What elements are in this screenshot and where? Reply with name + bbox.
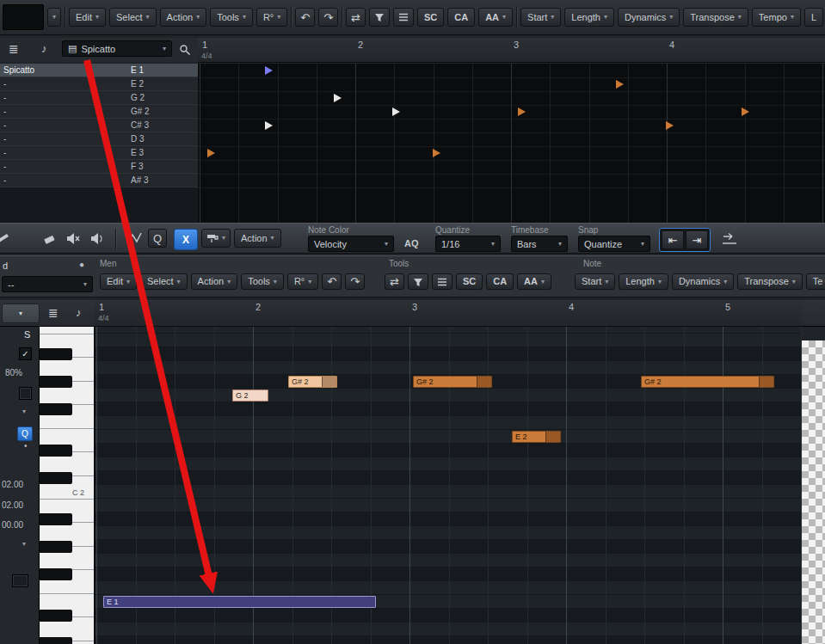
- option-box[interactable]: [19, 387, 32, 400]
- menu-select[interactable]: Select▾: [109, 8, 157, 27]
- ca-tool-button[interactable]: CA: [447, 8, 475, 27]
- piano-key-black[interactable]: [40, 541, 72, 553]
- piano-key-black[interactable]: [40, 348, 72, 360]
- midi-note[interactable]: E 1: [103, 596, 376, 608]
- part-selector-dropdown[interactable]: --▾: [2, 276, 93, 292]
- note-tempo-menu[interactable]: Tempo▾: [752, 8, 801, 27]
- drum-row[interactable]: -D 3: [0, 132, 198, 146]
- piano-key-black[interactable]: [40, 513, 72, 525]
- list-button[interactable]: [393, 8, 414, 27]
- note-length-handle[interactable]: [322, 377, 336, 387]
- piano-key-black[interactable]: [40, 403, 72, 415]
- menu-select[interactable]: Select▾: [140, 273, 188, 290]
- note-dynamics-menu[interactable]: Dynamics▾: [672, 273, 734, 290]
- drum-row[interactable]: -A# 3: [0, 174, 198, 187]
- note-length-menu[interactable]: Length▾: [564, 8, 614, 27]
- midi-note[interactable]: E 2: [512, 431, 561, 443]
- velocity-curve-icon[interactable]: [127, 232, 143, 245]
- menu-record-options[interactable]: R°▾: [256, 8, 287, 27]
- menu-record-options[interactable]: R°▾: [287, 273, 318, 290]
- note-start-menu[interactable]: Start▾: [520, 8, 561, 27]
- midi-note[interactable]: G# 2: [288, 376, 337, 388]
- drum-row[interactable]: -G# 2: [0, 105, 198, 119]
- drum-note[interactable]: [666, 121, 674, 130]
- track-list-icon[interactable]: ≣: [48, 306, 58, 320]
- midi-note[interactable]: G# 2: [641, 376, 774, 388]
- drum-row[interactable]: -E 3: [0, 146, 198, 160]
- cut-off-menu[interactable]: Te: [806, 273, 825, 290]
- redo-button[interactable]: ↷: [345, 273, 365, 290]
- cut-off-menu[interactable]: L: [804, 8, 823, 27]
- note-start-menu[interactable]: Start▾: [575, 273, 615, 290]
- timebase-dropdown[interactable]: Bars▾: [511, 236, 568, 252]
- midi-note[interactable]: G# 2: [413, 376, 492, 388]
- note-length-handle[interactable]: [477, 377, 491, 387]
- menu-action[interactable]: Action▾: [160, 8, 207, 27]
- piano-key-black[interactable]: [40, 472, 72, 484]
- quantize-toggle-button[interactable]: Q: [17, 426, 33, 441]
- resize-tool-button[interactable]: ⇄: [385, 273, 404, 290]
- filter-button[interactable]: [369, 8, 390, 27]
- piano-roll-timeline-ruler[interactable]: 123454/4: [95, 300, 802, 327]
- piano-key-black[interactable]: [40, 445, 72, 457]
- piano-key-black[interactable]: [40, 610, 72, 622]
- param-value-1[interactable]: 02.00: [2, 480, 23, 489]
- aa-tool-button[interactable]: AA▾: [517, 273, 551, 290]
- zoom-tool-icon[interactable]: [179, 44, 191, 56]
- ca-tool-button[interactable]: CA: [486, 273, 514, 290]
- drum-timeline-ruler[interactable]: 12344/4: [198, 38, 825, 63]
- drum-row[interactable]: -C# 3: [0, 119, 198, 132]
- piano-keyboard[interactable]: C 2: [40, 327, 95, 644]
- drum-row[interactable]: -E 2: [0, 77, 198, 91]
- midi-note[interactable]: G 2: [232, 389, 268, 402]
- menu-edit[interactable]: Edit▾: [69, 8, 106, 27]
- menu-tools[interactable]: Tools▾: [210, 8, 253, 27]
- option-box[interactable]: [12, 574, 28, 587]
- listen-tool-icon[interactable]: [89, 231, 105, 246]
- snap-to-start-button[interactable]: ⇤: [662, 230, 684, 249]
- enable-checkbox[interactable]: ✓: [19, 347, 32, 360]
- drum-note[interactable]: [265, 121, 273, 130]
- undo-button[interactable]: ↶: [322, 273, 342, 290]
- piano-key-black[interactable]: [40, 568, 72, 580]
- note-transpose-menu[interactable]: Transpose▾: [683, 8, 748, 27]
- menu-tools[interactable]: Tools▾: [241, 273, 284, 290]
- sc-tool-button[interactable]: SC: [456, 273, 483, 290]
- multi-tool-button[interactable]: X: [174, 229, 198, 250]
- track-list-icon[interactable]: ≣: [9, 42, 19, 56]
- resize-tool-button[interactable]: ⇄: [346, 8, 366, 27]
- quantize-dropdown[interactable]: 1/16▾: [435, 236, 501, 252]
- eraser-tool-icon[interactable]: [43, 232, 58, 246]
- drum-row[interactable]: -G 2: [0, 91, 198, 105]
- param-value-3[interactable]: 00.00: [2, 520, 23, 530]
- drum-map-dropdown[interactable]: ▤Spicatto ▾: [62, 40, 172, 57]
- note-length-handle[interactable]: [759, 377, 773, 387]
- drum-note[interactable]: [433, 149, 440, 157]
- list-button[interactable]: [432, 273, 453, 290]
- drum-note-grid[interactable]: [198, 64, 825, 223]
- note-transpose-menu[interactable]: Transpose▾: [737, 273, 803, 290]
- drum-note[interactable]: [392, 107, 400, 116]
- note-color-dropdown[interactable]: Velocity▾: [308, 236, 394, 252]
- drum-note[interactable]: [265, 66, 273, 75]
- velocity-percent[interactable]: 80%: [5, 368, 22, 377]
- drum-note[interactable]: [742, 107, 749, 116]
- redo-button[interactable]: ↷: [318, 8, 338, 27]
- menu-action[interactable]: Action▾: [191, 273, 238, 290]
- undo-button[interactable]: ↶: [295, 8, 315, 27]
- menu-edit[interactable]: Edit▾: [100, 273, 137, 290]
- filter-button[interactable]: [408, 273, 428, 290]
- drum-note[interactable]: [207, 149, 215, 157]
- quantize-tool-button[interactable]: Q: [148, 229, 167, 248]
- pencil-tool-icon[interactable]: [0, 232, 10, 246]
- snap-dropdown[interactable]: Quantize▾: [578, 236, 650, 252]
- drum-note[interactable]: [616, 80, 624, 89]
- mute-tool-icon[interactable]: [65, 231, 81, 246]
- sc-tool-button[interactable]: SC: [417, 8, 444, 27]
- solo-label[interactable]: S: [24, 329, 30, 340]
- action-menu[interactable]: Action▾: [234, 229, 281, 248]
- snap-to-end-button[interactable]: ⇥: [686, 230, 708, 249]
- chevron-down-icon[interactable]: ▾: [22, 540, 26, 548]
- param-value-2[interactable]: 02.00: [2, 500, 23, 510]
- paint-tool-button[interactable]: ▾: [201, 229, 231, 248]
